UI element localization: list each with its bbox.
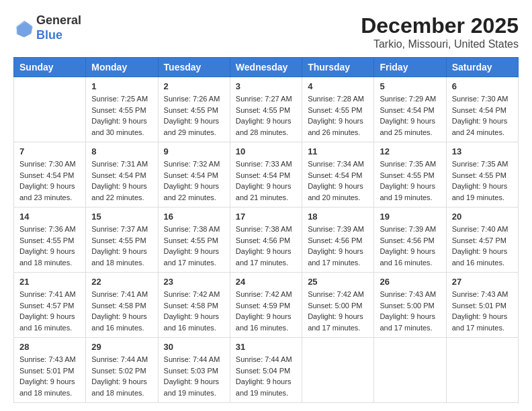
day-of-week-header: Monday	[86, 58, 158, 77]
day-number: 28	[19, 342, 80, 352]
day-info-line: Sunset: 4:57 PM	[452, 236, 506, 244]
day-info-line: and 17 minutes.	[236, 259, 288, 267]
day-number: 23	[164, 277, 224, 287]
day-info-line: and 21 minutes.	[236, 193, 288, 201]
day-info: Sunrise: 7:44 AMSunset: 5:03 PMDaylight:…	[164, 354, 224, 398]
day-number: 18	[308, 212, 368, 222]
day-info-line: and 16 minutes.	[164, 324, 216, 332]
day-info-line: Daylight: 9 hours	[164, 377, 220, 385]
day-info: Sunrise: 7:38 AMSunset: 4:56 PMDaylight:…	[236, 224, 296, 268]
day-info: Sunrise: 7:35 AMSunset: 4:55 PMDaylight:…	[380, 158, 440, 203]
day-info-line: Sunset: 4:55 PM	[380, 171, 434, 179]
calendar-cell: 19Sunrise: 7:39 AMSunset: 4:56 PMDayligh…	[374, 208, 446, 273]
day-info-line: Daylight: 9 hours	[91, 182, 147, 190]
calendar-cell: 21Sunrise: 7:41 AMSunset: 4:57 PMDayligh…	[14, 273, 86, 338]
logo-text: General Blue	[36, 13, 81, 42]
day-info-line: Daylight: 9 hours	[164, 312, 220, 320]
day-info-line: Sunset: 4:55 PM	[236, 106, 290, 114]
day-info-line: Sunrise: 7:29 AM	[380, 95, 436, 103]
day-info-line: Sunrise: 7:26 AM	[164, 95, 220, 103]
day-number: 24	[236, 277, 296, 287]
calendar-subtitle: Tarkio, Missouri, United States	[361, 38, 519, 50]
calendar-title: December 2025	[361, 13, 519, 38]
day-info-line: Sunrise: 7:40 AM	[452, 225, 508, 233]
day-info-line: Daylight: 9 hours	[452, 117, 508, 125]
week-row: 14Sunrise: 7:36 AMSunset: 4:55 PMDayligh…	[14, 208, 519, 273]
calendar-cell: 17Sunrise: 7:38 AMSunset: 4:56 PMDayligh…	[230, 208, 302, 273]
day-info-line: Daylight: 9 hours	[91, 312, 147, 320]
day-info-line: Sunset: 5:03 PM	[164, 367, 218, 375]
day-info-line: and 18 minutes.	[91, 389, 144, 397]
day-info: Sunrise: 7:42 AMSunset: 4:58 PMDaylight:…	[164, 289, 224, 333]
day-number: 6	[452, 81, 513, 91]
day-info-line: Sunrise: 7:35 AM	[380, 160, 436, 168]
day-info-line: and 16 minutes.	[452, 259, 504, 267]
day-info: Sunrise: 7:26 AMSunset: 4:55 PMDaylight:…	[164, 93, 224, 138]
day-number: 11	[308, 146, 368, 156]
day-info-line: Daylight: 9 hours	[380, 312, 435, 320]
day-number: 13	[452, 146, 513, 156]
calendar-cell: 12Sunrise: 7:35 AMSunset: 4:55 PMDayligh…	[374, 142, 446, 208]
day-info-line: Daylight: 9 hours	[19, 182, 75, 190]
week-row: 21Sunrise: 7:41 AMSunset: 4:57 PMDayligh…	[14, 273, 519, 338]
calendar-cell: 28Sunrise: 7:43 AMSunset: 5:01 PMDayligh…	[14, 338, 86, 403]
day-info-line: Daylight: 9 hours	[236, 182, 292, 190]
day-info-line: and 19 minutes.	[164, 389, 216, 397]
logo-icon	[13, 18, 34, 38]
day-number: 16	[164, 212, 224, 222]
day-info: Sunrise: 7:40 AMSunset: 4:57 PMDaylight:…	[452, 224, 513, 268]
day-info-line: Sunrise: 7:38 AM	[236, 225, 292, 233]
logo-blue: Blue	[36, 28, 62, 42]
calendar-cell: 5Sunrise: 7:29 AMSunset: 4:54 PMDaylight…	[374, 77, 446, 142]
day-info: Sunrise: 7:35 AMSunset: 4:55 PMDaylight:…	[452, 158, 513, 203]
calendar-cell: 27Sunrise: 7:43 AMSunset: 5:01 PMDayligh…	[446, 273, 518, 338]
calendar-cell: 4Sunrise: 7:28 AMSunset: 4:55 PMDaylight…	[302, 77, 374, 142]
day-info-line: Daylight: 9 hours	[164, 182, 220, 190]
day-info-line: and 16 minutes.	[91, 324, 144, 332]
day-info-line: Sunset: 4:56 PM	[380, 236, 434, 244]
day-info-line: Sunrise: 7:41 AM	[19, 290, 76, 298]
day-number: 9	[164, 146, 224, 156]
day-info-line: and 20 minutes.	[308, 193, 360, 201]
day-info-line: Sunset: 5:00 PM	[380, 302, 434, 310]
day-info-line: Sunrise: 7:44 AM	[236, 355, 292, 363]
day-info-line: Daylight: 9 hours	[91, 117, 147, 125]
day-info-line: and 18 minutes.	[19, 259, 72, 267]
day-info-line: Sunrise: 7:37 AM	[91, 225, 148, 233]
day-info-line: Daylight: 9 hours	[19, 377, 75, 385]
day-info-line: Daylight: 9 hours	[308, 182, 363, 190]
day-info-line: and 30 minutes.	[91, 128, 144, 136]
day-info-line: Daylight: 9 hours	[308, 117, 363, 125]
day-info-line: Sunset: 4:57 PM	[19, 302, 74, 310]
day-info: Sunrise: 7:43 AMSunset: 5:01 PMDaylight:…	[19, 354, 80, 398]
day-info-line: and 28 minutes.	[236, 128, 288, 136]
day-info: Sunrise: 7:43 AMSunset: 5:00 PMDaylight:…	[380, 289, 440, 333]
day-info-line: Sunrise: 7:33 AM	[236, 160, 292, 168]
day-info-line: Sunset: 4:55 PM	[91, 106, 146, 114]
calendar-cell: 25Sunrise: 7:42 AMSunset: 5:00 PMDayligh…	[302, 273, 374, 338]
week-row: 7Sunrise: 7:30 AMSunset: 4:54 PMDaylight…	[14, 142, 519, 208]
day-info-line: Daylight: 9 hours	[19, 247, 75, 255]
day-number: 12	[380, 146, 440, 156]
day-info-line: Sunset: 4:55 PM	[164, 236, 218, 244]
day-info-line: Sunrise: 7:31 AM	[91, 160, 148, 168]
day-info-line: Sunset: 4:54 PM	[308, 171, 362, 179]
day-info-line: Sunset: 4:55 PM	[308, 106, 362, 114]
day-info-line: Daylight: 9 hours	[19, 312, 75, 320]
day-number: 29	[91, 342, 152, 352]
day-info: Sunrise: 7:37 AMSunset: 4:55 PMDaylight:…	[91, 224, 152, 268]
calendar-cell	[14, 77, 86, 142]
day-info: Sunrise: 7:30 AMSunset: 4:54 PMDaylight:…	[452, 93, 513, 138]
day-info-line: Sunrise: 7:41 AM	[91, 290, 148, 298]
day-info-line: Daylight: 9 hours	[452, 247, 508, 255]
day-of-week-header: Thursday	[302, 58, 374, 77]
day-info: Sunrise: 7:36 AMSunset: 4:55 PMDaylight:…	[19, 224, 80, 268]
day-info-line: Sunset: 5:02 PM	[91, 367, 146, 375]
day-info-line: Sunrise: 7:42 AM	[236, 290, 292, 298]
day-number: 25	[308, 277, 368, 287]
logo-general: General	[36, 13, 81, 27]
day-info-line: Sunset: 4:59 PM	[236, 302, 290, 310]
day-info-line: Sunrise: 7:28 AM	[308, 95, 364, 103]
day-info: Sunrise: 7:27 AMSunset: 4:55 PMDaylight:…	[236, 93, 296, 138]
day-info-line: and 19 minutes.	[236, 389, 288, 397]
